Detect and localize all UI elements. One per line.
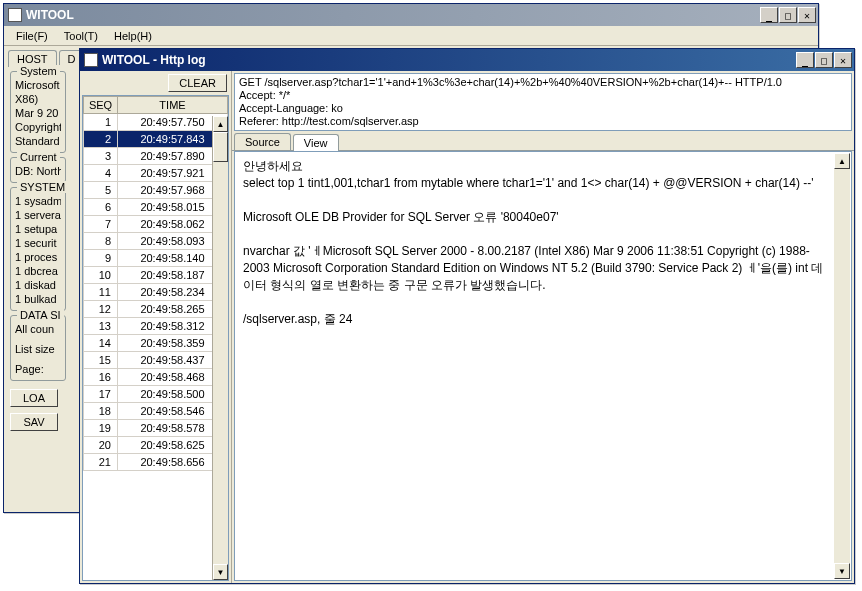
cell-time: 20:49:58.140: [118, 250, 228, 267]
main-title: WITOOL: [26, 8, 74, 22]
cell-time: 20:49:58.234: [118, 284, 228, 301]
cell-time: 20:49:58.265: [118, 301, 228, 318]
system-role-item: 1 securit: [15, 236, 61, 250]
save-button[interactable]: SAV: [10, 413, 58, 431]
response-line: [243, 294, 825, 311]
table-row[interactable]: 1320:49:58.312: [84, 318, 228, 335]
cell-seq: 16: [84, 369, 118, 386]
close-button[interactable]: ✕: [834, 52, 852, 68]
response-line: Microsoft OLE DB Provider for SQL Server…: [243, 209, 825, 226]
cell-time: 20:49:58.578: [118, 420, 228, 437]
request-box: GET /sqlserver.asp?tchar1='1'+and+1%3c%3…: [234, 73, 852, 131]
table-row[interactable]: 1020:49:58.187: [84, 267, 228, 284]
cell-seq: 9: [84, 250, 118, 267]
table-row[interactable]: 320:49:57.890: [84, 148, 228, 165]
tab-source[interactable]: Source: [234, 133, 291, 150]
menu-file[interactable]: File(F): [8, 28, 56, 44]
current-legend: Current: [17, 151, 60, 163]
minimize-button[interactable]: _: [796, 52, 814, 68]
list-size: List size: [15, 342, 61, 356]
request-accept: Accept: */*: [239, 89, 847, 102]
col-time[interactable]: TIME: [118, 97, 228, 114]
scroll-down-icon[interactable]: ▼: [213, 564, 228, 580]
table-row[interactable]: 2020:49:58.625: [84, 437, 228, 454]
table-row[interactable]: 1120:49:58.234: [84, 284, 228, 301]
app-icon: [8, 8, 22, 22]
table-row[interactable]: 520:49:57.968: [84, 182, 228, 199]
scroll-up-icon[interactable]: ▲: [834, 153, 850, 169]
menu-tool[interactable]: Tool(T): [56, 28, 106, 44]
maximize-button[interactable]: □: [815, 52, 833, 68]
cell-time: 20:49:58.359: [118, 335, 228, 352]
cell-seq: 14: [84, 335, 118, 352]
table-row[interactable]: 1820:49:58.546: [84, 403, 228, 420]
table-row[interactable]: 1420:49:58.359: [84, 335, 228, 352]
all-count: All coun: [15, 322, 61, 336]
table-row[interactable]: 420:49:57.921: [84, 165, 228, 182]
cell-seq: 4: [84, 165, 118, 182]
cell-time: 20:49:58.093: [118, 233, 228, 250]
request-lang: Accept-Language: ko: [239, 102, 847, 115]
table-row[interactable]: 720:49:58.062: [84, 216, 228, 233]
table-row[interactable]: 820:49:58.093: [84, 233, 228, 250]
cell-seq: 21: [84, 454, 118, 471]
cell-time: 20:49:57.921: [118, 165, 228, 182]
table-row[interactable]: 220:49:57.843: [84, 131, 228, 148]
menu-help[interactable]: Help(H): [106, 28, 160, 44]
scroll-thumb[interactable]: [213, 132, 228, 162]
table-row[interactable]: 620:49:58.015: [84, 199, 228, 216]
cell-seq: 13: [84, 318, 118, 335]
group-system2: SYSTEM 1 sysadm1 servera1 setupa1 securi…: [10, 187, 66, 311]
main-titlebar[interactable]: WITOOL _ □ ✕: [4, 4, 818, 26]
system-role-item: 1 sysadm: [15, 194, 61, 208]
httplog-window: WITOOL - Http log _ □ ✕ CLEAR SEQ TIME: [79, 48, 855, 584]
cell-time: 20:49:58.437: [118, 352, 228, 369]
group-data: DATA SI All coun List size Page:: [10, 315, 66, 381]
cell-seq: 5: [84, 182, 118, 199]
maximize-button[interactable]: □: [779, 7, 797, 23]
clear-button[interactable]: CLEAR: [168, 74, 227, 92]
table-row[interactable]: 920:49:58.140: [84, 250, 228, 267]
cell-seq: 17: [84, 386, 118, 403]
table-row[interactable]: 1920:49:58.578: [84, 420, 228, 437]
cell-time: 20:49:58.625: [118, 437, 228, 454]
log-left-panel: CLEAR SEQ TIME 120:49:57.750220:49:57.84…: [80, 71, 232, 583]
table-row[interactable]: 1220:49:58.265: [84, 301, 228, 318]
load-button[interactable]: LOA: [10, 389, 58, 407]
tab-view[interactable]: View: [293, 134, 339, 151]
cell-seq: 1: [84, 114, 118, 131]
system-line: X86): [15, 92, 61, 106]
app-icon: [84, 53, 98, 67]
menubar: File(F) Tool(T) Help(H): [4, 26, 818, 46]
cell-time: 20:49:58.500: [118, 386, 228, 403]
view-scrollbar[interactable]: ▲ ▼: [834, 153, 850, 579]
response-line: 안녕하세요: [243, 158, 825, 175]
table-row[interactable]: 2120:49:58.656: [84, 454, 228, 471]
table-row[interactable]: 120:49:57.750: [84, 114, 228, 131]
cell-time: 20:49:57.843: [118, 131, 228, 148]
cell-seq: 8: [84, 233, 118, 250]
grid-scrollbar[interactable]: ▲ ▼: [212, 116, 228, 580]
close-button[interactable]: ✕: [798, 7, 816, 23]
minimize-button[interactable]: _: [760, 7, 778, 23]
table-row[interactable]: 1720:49:58.500: [84, 386, 228, 403]
group-current: Current DB: North: [10, 157, 66, 183]
cell-seq: 6: [84, 199, 118, 216]
scroll-down-icon[interactable]: ▼: [834, 563, 850, 579]
cell-time: 20:49:58.468: [118, 369, 228, 386]
cell-seq: 2: [84, 131, 118, 148]
table-row[interactable]: 1520:49:58.437: [84, 352, 228, 369]
httplog-title: WITOOL - Http log: [102, 53, 206, 67]
request-line: GET /sqlserver.asp?tchar1='1'+and+1%3c%3…: [239, 76, 847, 89]
table-row[interactable]: 1620:49:58.468: [84, 369, 228, 386]
response-line: [243, 226, 825, 243]
httplog-titlebar[interactable]: WITOOL - Http log _ □ ✕: [80, 49, 854, 71]
system-role-item: 1 servera: [15, 208, 61, 222]
response-line: /sqlserver.asp, 줄 24: [243, 311, 825, 328]
scroll-up-icon[interactable]: ▲: [213, 116, 228, 132]
cell-seq: 11: [84, 284, 118, 301]
system-role-item: 1 dbcrea: [15, 264, 61, 278]
cell-seq: 19: [84, 420, 118, 437]
col-seq[interactable]: SEQ: [84, 97, 118, 114]
current-db: DB: North: [15, 164, 61, 178]
